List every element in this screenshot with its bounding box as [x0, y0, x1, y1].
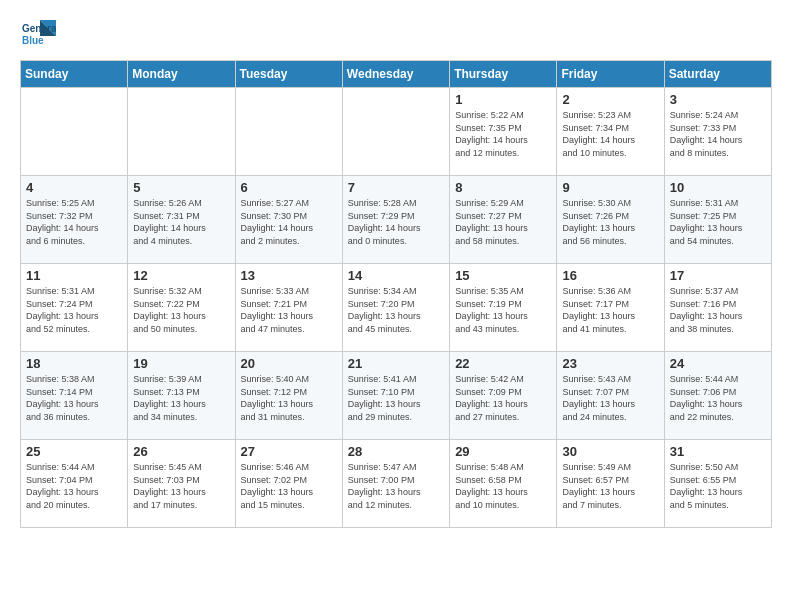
calendar-cell: 10Sunrise: 5:31 AM Sunset: 7:25 PM Dayli… [664, 176, 771, 264]
calendar-week-row: 25Sunrise: 5:44 AM Sunset: 7:04 PM Dayli… [21, 440, 772, 528]
calendar-cell: 31Sunrise: 5:50 AM Sunset: 6:55 PM Dayli… [664, 440, 771, 528]
day-info: Sunrise: 5:41 AM Sunset: 7:10 PM Dayligh… [348, 373, 444, 423]
calendar-cell: 30Sunrise: 5:49 AM Sunset: 6:57 PM Dayli… [557, 440, 664, 528]
calendar-cell: 8Sunrise: 5:29 AM Sunset: 7:27 PM Daylig… [450, 176, 557, 264]
day-number: 22 [455, 356, 551, 371]
day-number: 20 [241, 356, 337, 371]
day-number: 26 [133, 444, 229, 459]
day-info: Sunrise: 5:24 AM Sunset: 7:33 PM Dayligh… [670, 109, 766, 159]
calendar-cell: 19Sunrise: 5:39 AM Sunset: 7:13 PM Dayli… [128, 352, 235, 440]
day-number: 8 [455, 180, 551, 195]
day-number: 3 [670, 92, 766, 107]
calendar-cell: 15Sunrise: 5:35 AM Sunset: 7:19 PM Dayli… [450, 264, 557, 352]
logo-icon: General Blue [20, 16, 56, 52]
calendar-cell: 9Sunrise: 5:30 AM Sunset: 7:26 PM Daylig… [557, 176, 664, 264]
day-number: 14 [348, 268, 444, 283]
calendar-day-header: Saturday [664, 61, 771, 88]
calendar-week-row: 11Sunrise: 5:31 AM Sunset: 7:24 PM Dayli… [21, 264, 772, 352]
day-number: 25 [26, 444, 122, 459]
calendar-cell: 12Sunrise: 5:32 AM Sunset: 7:22 PM Dayli… [128, 264, 235, 352]
calendar-day-header: Monday [128, 61, 235, 88]
calendar-cell: 28Sunrise: 5:47 AM Sunset: 7:00 PM Dayli… [342, 440, 449, 528]
day-info: Sunrise: 5:33 AM Sunset: 7:21 PM Dayligh… [241, 285, 337, 335]
day-number: 6 [241, 180, 337, 195]
day-number: 7 [348, 180, 444, 195]
day-info: Sunrise: 5:28 AM Sunset: 7:29 PM Dayligh… [348, 197, 444, 247]
day-number: 31 [670, 444, 766, 459]
day-info: Sunrise: 5:40 AM Sunset: 7:12 PM Dayligh… [241, 373, 337, 423]
day-info: Sunrise: 5:43 AM Sunset: 7:07 PM Dayligh… [562, 373, 658, 423]
day-info: Sunrise: 5:35 AM Sunset: 7:19 PM Dayligh… [455, 285, 551, 335]
calendar-cell: 6Sunrise: 5:27 AM Sunset: 7:30 PM Daylig… [235, 176, 342, 264]
calendar-cell: 20Sunrise: 5:40 AM Sunset: 7:12 PM Dayli… [235, 352, 342, 440]
day-info: Sunrise: 5:44 AM Sunset: 7:06 PM Dayligh… [670, 373, 766, 423]
day-info: Sunrise: 5:26 AM Sunset: 7:31 PM Dayligh… [133, 197, 229, 247]
header: General Blue [20, 16, 772, 52]
calendar-day-header: Wednesday [342, 61, 449, 88]
day-info: Sunrise: 5:37 AM Sunset: 7:16 PM Dayligh… [670, 285, 766, 335]
calendar-cell: 27Sunrise: 5:46 AM Sunset: 7:02 PM Dayli… [235, 440, 342, 528]
day-number: 19 [133, 356, 229, 371]
calendar-cell: 24Sunrise: 5:44 AM Sunset: 7:06 PM Dayli… [664, 352, 771, 440]
day-info: Sunrise: 5:39 AM Sunset: 7:13 PM Dayligh… [133, 373, 229, 423]
day-number: 24 [670, 356, 766, 371]
day-number: 27 [241, 444, 337, 459]
day-number: 12 [133, 268, 229, 283]
calendar-cell: 21Sunrise: 5:41 AM Sunset: 7:10 PM Dayli… [342, 352, 449, 440]
calendar-cell: 2Sunrise: 5:23 AM Sunset: 7:34 PM Daylig… [557, 88, 664, 176]
day-number: 15 [455, 268, 551, 283]
calendar-cell: 18Sunrise: 5:38 AM Sunset: 7:14 PM Dayli… [21, 352, 128, 440]
day-info: Sunrise: 5:38 AM Sunset: 7:14 PM Dayligh… [26, 373, 122, 423]
day-info: Sunrise: 5:42 AM Sunset: 7:09 PM Dayligh… [455, 373, 551, 423]
day-number: 17 [670, 268, 766, 283]
day-info: Sunrise: 5:27 AM Sunset: 7:30 PM Dayligh… [241, 197, 337, 247]
calendar-day-header: Sunday [21, 61, 128, 88]
day-info: Sunrise: 5:47 AM Sunset: 7:00 PM Dayligh… [348, 461, 444, 511]
calendar-cell: 17Sunrise: 5:37 AM Sunset: 7:16 PM Dayli… [664, 264, 771, 352]
calendar-cell: 23Sunrise: 5:43 AM Sunset: 7:07 PM Dayli… [557, 352, 664, 440]
day-number: 30 [562, 444, 658, 459]
day-number: 21 [348, 356, 444, 371]
day-number: 11 [26, 268, 122, 283]
day-info: Sunrise: 5:49 AM Sunset: 6:57 PM Dayligh… [562, 461, 658, 511]
calendar-cell: 16Sunrise: 5:36 AM Sunset: 7:17 PM Dayli… [557, 264, 664, 352]
calendar-cell: 5Sunrise: 5:26 AM Sunset: 7:31 PM Daylig… [128, 176, 235, 264]
day-info: Sunrise: 5:45 AM Sunset: 7:03 PM Dayligh… [133, 461, 229, 511]
day-number: 5 [133, 180, 229, 195]
calendar-cell: 13Sunrise: 5:33 AM Sunset: 7:21 PM Dayli… [235, 264, 342, 352]
day-info: Sunrise: 5:50 AM Sunset: 6:55 PM Dayligh… [670, 461, 766, 511]
calendar-week-row: 4Sunrise: 5:25 AM Sunset: 7:32 PM Daylig… [21, 176, 772, 264]
day-number: 1 [455, 92, 551, 107]
day-number: 29 [455, 444, 551, 459]
calendar-cell: 22Sunrise: 5:42 AM Sunset: 7:09 PM Dayli… [450, 352, 557, 440]
day-number: 18 [26, 356, 122, 371]
day-number: 16 [562, 268, 658, 283]
calendar-cell [235, 88, 342, 176]
calendar-cell: 7Sunrise: 5:28 AM Sunset: 7:29 PM Daylig… [342, 176, 449, 264]
day-info: Sunrise: 5:22 AM Sunset: 7:35 PM Dayligh… [455, 109, 551, 159]
svg-text:General: General [22, 23, 56, 34]
calendar-cell: 14Sunrise: 5:34 AM Sunset: 7:20 PM Dayli… [342, 264, 449, 352]
day-number: 9 [562, 180, 658, 195]
page-container: General Blue SundayMondayTuesdayWednesda… [0, 0, 792, 544]
day-info: Sunrise: 5:30 AM Sunset: 7:26 PM Dayligh… [562, 197, 658, 247]
calendar-cell: 26Sunrise: 5:45 AM Sunset: 7:03 PM Dayli… [128, 440, 235, 528]
calendar-cell [128, 88, 235, 176]
calendar-cell: 4Sunrise: 5:25 AM Sunset: 7:32 PM Daylig… [21, 176, 128, 264]
calendar-cell: 25Sunrise: 5:44 AM Sunset: 7:04 PM Dayli… [21, 440, 128, 528]
day-number: 13 [241, 268, 337, 283]
day-number: 2 [562, 92, 658, 107]
day-info: Sunrise: 5:48 AM Sunset: 6:58 PM Dayligh… [455, 461, 551, 511]
day-number: 28 [348, 444, 444, 459]
calendar-cell: 3Sunrise: 5:24 AM Sunset: 7:33 PM Daylig… [664, 88, 771, 176]
calendar-header-row: SundayMondayTuesdayWednesdayThursdayFrid… [21, 61, 772, 88]
calendar-cell: 29Sunrise: 5:48 AM Sunset: 6:58 PM Dayli… [450, 440, 557, 528]
day-info: Sunrise: 5:34 AM Sunset: 7:20 PM Dayligh… [348, 285, 444, 335]
day-info: Sunrise: 5:36 AM Sunset: 7:17 PM Dayligh… [562, 285, 658, 335]
day-info: Sunrise: 5:25 AM Sunset: 7:32 PM Dayligh… [26, 197, 122, 247]
day-info: Sunrise: 5:31 AM Sunset: 7:24 PM Dayligh… [26, 285, 122, 335]
day-info: Sunrise: 5:31 AM Sunset: 7:25 PM Dayligh… [670, 197, 766, 247]
calendar-day-header: Thursday [450, 61, 557, 88]
calendar-week-row: 18Sunrise: 5:38 AM Sunset: 7:14 PM Dayli… [21, 352, 772, 440]
calendar-cell [342, 88, 449, 176]
